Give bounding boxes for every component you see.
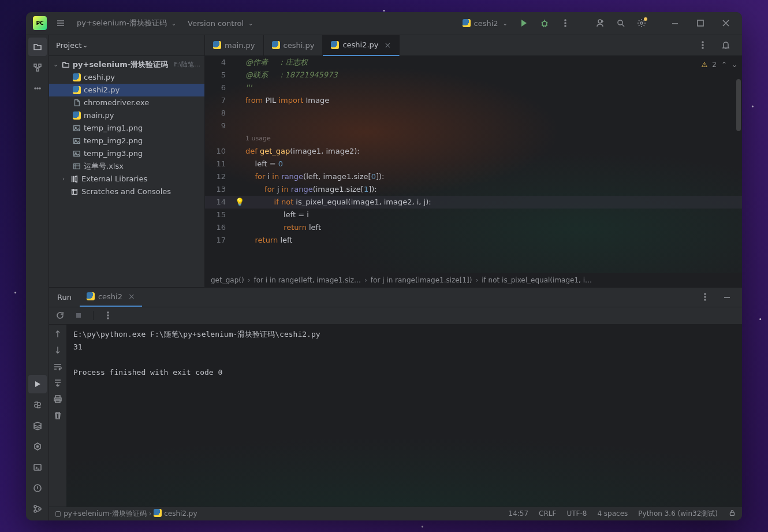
status-encoding[interactable]: UTF-8 (566, 509, 587, 518)
svg-point-6 (640, 22, 643, 24)
clear-button[interactable] (51, 409, 64, 422)
editor-tab[interactable]: main.py (205, 35, 264, 55)
svg-point-11 (35, 88, 36, 89)
prev-highlight[interactable]: ⌃ (721, 58, 727, 71)
run-tool-title: Run (49, 288, 80, 307)
svg-point-34 (107, 312, 109, 313)
settings-button[interactable] (632, 14, 651, 32)
tree-file[interactable]: ceshi2.py (49, 84, 204, 96)
breadcrumbs[interactable]: get_gap()›for i in range(left, image1.si… (205, 273, 742, 287)
tab-more-button[interactable] (694, 36, 712, 54)
search-everywhere-button[interactable] (612, 14, 630, 32)
code-line[interactable]: 13 for j in range(image1.size[1]): (205, 183, 742, 196)
down-stacktrace-button[interactable]: ↓ (51, 344, 64, 357)
code-line[interactable]: 17 return left (205, 234, 742, 247)
code-line[interactable]: 11 left = 0 (205, 158, 742, 170)
soft-wrap-button[interactable] (51, 360, 64, 373)
window-maximize[interactable] (689, 14, 712, 32)
run-tool-window: Run ceshi2 × (49, 287, 742, 507)
code-line[interactable]: 10def get_gap(image1, image2): (205, 145, 742, 158)
vcs-dropdown[interactable]: Version control⌄ (183, 17, 258, 30)
code-with-me-button[interactable] (591, 14, 609, 32)
up-stacktrace-button[interactable]: ↑ (51, 328, 64, 341)
svg-point-29 (702, 47, 703, 49)
run-tool-button[interactable] (28, 375, 47, 393)
project-tree[interactable]: ⌄py+selenium-滑块验证码F:\随笔\py+ceshi.pyceshi… (49, 56, 204, 287)
terminal-tool-button[interactable] (28, 458, 47, 477)
vcs-tool-button[interactable] (28, 500, 47, 518)
tree-file[interactable]: chromedriver.exe (49, 96, 204, 109)
python-pkg-tool-button[interactable] (28, 396, 47, 414)
python-icon (213, 41, 221, 49)
editor-tab[interactable]: ceshi2.py× (323, 35, 400, 56)
breadcrumb-item[interactable]: for j in range(image1.size[1]) (371, 276, 472, 284)
stop-button[interactable] (72, 309, 85, 322)
rerun-button[interactable] (54, 309, 66, 322)
code-line[interactable]: 15 left = i (205, 209, 742, 221)
breadcrumb-item[interactable]: if not is_pixel_equal(image1, i… (482, 276, 592, 284)
code-line[interactable]: 16 return left (205, 221, 742, 234)
svg-rect-8 (34, 64, 36, 66)
close-icon[interactable]: × (385, 40, 392, 50)
svg-rect-7 (698, 20, 703, 26)
tree-file[interactable]: temp_img2.png (49, 135, 204, 147)
run-options-button[interactable] (696, 288, 714, 306)
project-dropdown[interactable]: py+selenium-滑块验证码⌄ (72, 16, 181, 31)
breadcrumb-item[interactable]: for i in range(left, image1.siz… (253, 276, 361, 284)
code-line[interactable]: 5@联系 ：18721945973 (205, 69, 742, 81)
main-menu-button[interactable] (51, 14, 70, 32)
tree-file[interactable]: temp_img3.png (49, 147, 204, 160)
more-run-button[interactable] (556, 14, 575, 32)
scratches[interactable]: Scratches and Consoles (49, 185, 204, 198)
tree-file[interactable]: temp_img1.png (49, 122, 204, 135)
more-tool-button[interactable] (28, 79, 47, 98)
run-more-button[interactable] (102, 309, 114, 322)
services-tool-button[interactable] (28, 416, 47, 435)
external-libraries[interactable]: ›External Libraries (49, 173, 204, 185)
editor-tab[interactable]: ceshi.py (264, 35, 323, 55)
tree-file[interactable]: 运单号.xlsx (49, 160, 204, 173)
problems-tool-button[interactable] (28, 479, 47, 497)
intention-bulb-icon[interactable]: 💡 (235, 198, 244, 206)
usage-hint[interactable]: 1 usage (205, 132, 742, 145)
svg-point-19 (39, 508, 41, 510)
tree-file[interactable]: main.py (49, 109, 204, 122)
svg-point-2 (565, 23, 566, 24)
next-highlight[interactable]: ⌄ (732, 58, 737, 71)
status-indent[interactable]: 4 spaces (597, 509, 628, 518)
notifications-button[interactable] (717, 36, 735, 54)
run-toolbar (49, 307, 742, 325)
tree-file[interactable]: ceshi.py (49, 71, 204, 84)
code-line[interactable]: 9 (205, 120, 742, 132)
debug-button[interactable] (535, 14, 554, 32)
inspection-widget[interactable]: ⚠2 ⌃ ⌄ (701, 58, 737, 71)
code-line[interactable]: 4@作者 ：庄志权 (205, 56, 742, 69)
project-tool-window: Project⌄ ⌄py+selenium-滑块验证码F:\随笔\py+cesh… (49, 35, 205, 287)
python-console-tool-button[interactable] (28, 437, 47, 456)
project-tool-header[interactable]: Project⌄ (49, 35, 204, 56)
code-line[interactable]: 7from PIL import Image (205, 94, 742, 107)
close-icon[interactable]: × (128, 292, 135, 301)
project-tool-button[interactable] (28, 38, 47, 56)
run-tab[interactable]: ceshi2 × (80, 288, 142, 307)
print-button[interactable] (51, 393, 64, 405)
run-button[interactable] (515, 14, 533, 32)
status-lock-icon[interactable] (728, 509, 736, 519)
status-interpreter[interactable]: Python 3.6 (win32测试) (638, 509, 718, 519)
code-line[interactable]: 12 for i in range(left, image1.size[0]): (205, 170, 742, 183)
status-eol[interactable]: CRLF (539, 509, 556, 518)
console-output[interactable]: E:\py\python.exe F:\随笔\py+selenium-滑块验证码… (66, 325, 742, 507)
status-path[interactable]: ▢ py+selenium-滑块验证码 › ceshi2.py (55, 509, 197, 519)
breadcrumb-item[interactable]: get_gap() (211, 276, 244, 284)
structure-tool-button[interactable] (28, 58, 47, 77)
code-line[interactable]: 8 (205, 107, 742, 120)
window-minimize[interactable] (663, 14, 687, 32)
code-editor[interactable]: ⚠2 ⌃ ⌄ 4@作者 ：庄志权5@联系 ：187219459736'''7fr… (205, 56, 742, 273)
code-line[interactable]: 14💡 if not is_pixel_equal(image1, image2… (205, 196, 742, 209)
svg-point-0 (542, 21, 547, 26)
window-close[interactable] (714, 14, 737, 32)
run-config-dropdown[interactable]: ceshi2⌄ (458, 17, 512, 30)
hide-run-button[interactable] (718, 288, 736, 306)
code-line[interactable]: 6''' (205, 81, 742, 94)
scroll-end-button[interactable] (51, 377, 64, 389)
